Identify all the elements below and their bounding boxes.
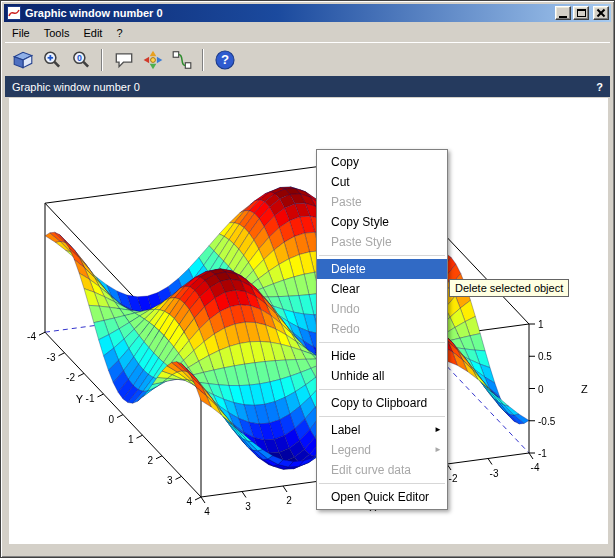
close-icon bbox=[596, 9, 606, 18]
menu-item-label: Copy bbox=[331, 155, 359, 169]
close-button[interactable] bbox=[593, 6, 609, 20]
info-bar: Graphic window number 0 ? bbox=[5, 76, 610, 97]
ged-editor-icon[interactable] bbox=[110, 46, 137, 73]
menu-item-label: Open Quick Editor bbox=[331, 490, 429, 504]
submenu-arrow-icon: ► bbox=[434, 420, 442, 440]
context-menu-item-paste-style: Paste Style bbox=[317, 232, 447, 252]
context-menu-item-paste: Paste bbox=[317, 192, 447, 212]
minimize-button[interactable] bbox=[555, 6, 571, 20]
menu-separator bbox=[319, 483, 445, 484]
menubar-item-help[interactable]: ? bbox=[109, 25, 129, 41]
plot-area bbox=[9, 98, 608, 544]
context-menu-item-label[interactable]: Label► bbox=[317, 420, 447, 440]
menu-item-label: Delete bbox=[331, 262, 366, 276]
svg-text:?: ? bbox=[220, 52, 228, 67]
menubar-item-edit[interactable]: Edit bbox=[76, 25, 109, 41]
tooltip: Delete selected object bbox=[449, 279, 569, 297]
context-menu-item-copy[interactable]: Copy bbox=[317, 152, 447, 172]
rotate-3d-icon[interactable] bbox=[9, 46, 36, 73]
context-menu-item-copy-to-clipboard[interactable]: Copy to Clipboard bbox=[317, 393, 447, 413]
menu-item-label: Cut bbox=[331, 175, 350, 189]
context-menu-item-edit-curve-data: Edit curve data bbox=[317, 460, 447, 480]
menu-item-label: Copy Style bbox=[331, 215, 389, 229]
context-menu-item-open-quick-editor[interactable]: Open Quick Editor bbox=[317, 487, 447, 507]
context-menu-item-redo: Redo bbox=[317, 319, 447, 339]
unzoom-icon[interactable]: 0 bbox=[67, 46, 94, 73]
menu-bar: FileToolsEdit? bbox=[5, 23, 610, 42]
svg-text:0: 0 bbox=[76, 53, 81, 63]
maximize-button[interactable] bbox=[573, 6, 589, 20]
toolbar: 0? bbox=[5, 42, 610, 76]
context-menu-item-unhide-all[interactable]: Unhide all bbox=[317, 366, 447, 386]
menu-item-label: Edit curve data bbox=[331, 463, 411, 477]
zoom-in-icon[interactable] bbox=[38, 46, 65, 73]
context-menu-item-cut[interactable]: Cut bbox=[317, 172, 447, 192]
info-bar-text: Graphic window number 0 bbox=[12, 81, 140, 93]
menu-item-label: Undo bbox=[331, 302, 360, 316]
datatip-icon[interactable] bbox=[139, 46, 166, 73]
menubar-item-tools[interactable]: Tools bbox=[37, 25, 77, 41]
menu-separator bbox=[319, 342, 445, 343]
title-bar: Graphic window number 0 bbox=[4, 4, 611, 22]
context-menu: CopyCutPasteCopy StylePaste StyleDeleteC… bbox=[316, 149, 448, 510]
maximize-icon bbox=[577, 9, 586, 17]
context-menu-item-copy-style[interactable]: Copy Style bbox=[317, 212, 447, 232]
menu-item-label: Redo bbox=[331, 322, 360, 336]
minimize-icon bbox=[559, 16, 567, 18]
curve-links-icon[interactable] bbox=[168, 46, 195, 73]
menu-item-label: Legend bbox=[331, 443, 371, 457]
graphic-window: Graphic window number 0 FileToolsEdit? 0… bbox=[0, 0, 615, 558]
toolbar-separator bbox=[202, 49, 204, 71]
menu-separator bbox=[319, 255, 445, 256]
menubar-item-file[interactable]: File bbox=[5, 25, 37, 41]
tooltip-text: Delete selected object bbox=[455, 282, 563, 294]
context-menu-item-legend: Legend► bbox=[317, 440, 447, 460]
menu-item-label: Paste bbox=[331, 195, 362, 209]
menu-item-label: Unhide all bbox=[331, 369, 384, 383]
menu-item-label: Clear bbox=[331, 282, 360, 296]
context-menu-item-hide[interactable]: Hide bbox=[317, 346, 447, 366]
menu-item-label: Hide bbox=[331, 349, 356, 363]
menu-item-label: Paste Style bbox=[331, 235, 392, 249]
app-icon bbox=[7, 6, 21, 20]
plot-canvas[interactable] bbox=[9, 98, 608, 544]
info-help-button[interactable]: ? bbox=[596, 81, 603, 93]
context-menu-item-clear[interactable]: Clear bbox=[317, 279, 447, 299]
submenu-arrow-icon: ► bbox=[434, 440, 442, 460]
menu-separator bbox=[319, 416, 445, 417]
menu-item-label: Label bbox=[331, 423, 360, 437]
toolbar-separator bbox=[101, 49, 103, 71]
window-title: Graphic window number 0 bbox=[25, 7, 553, 19]
context-menu-item-undo: Undo bbox=[317, 299, 447, 319]
context-menu-item-delete[interactable]: Delete bbox=[317, 259, 447, 279]
menu-separator bbox=[319, 389, 445, 390]
help-icon[interactable]: ? bbox=[211, 46, 238, 73]
menu-item-label: Copy to Clipboard bbox=[331, 396, 427, 410]
